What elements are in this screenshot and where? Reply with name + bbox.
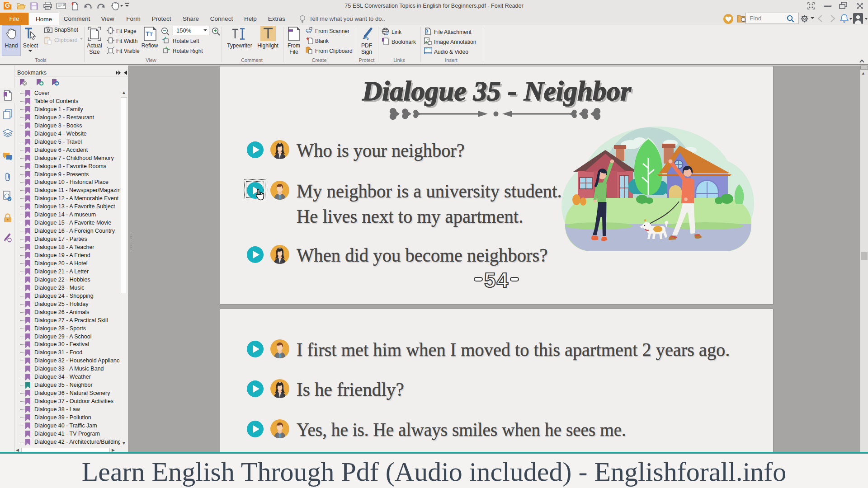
svg-text:54: 54 [484,268,509,292]
svg-text:T: T [150,32,153,37]
svg-text:T: T [146,30,150,38]
